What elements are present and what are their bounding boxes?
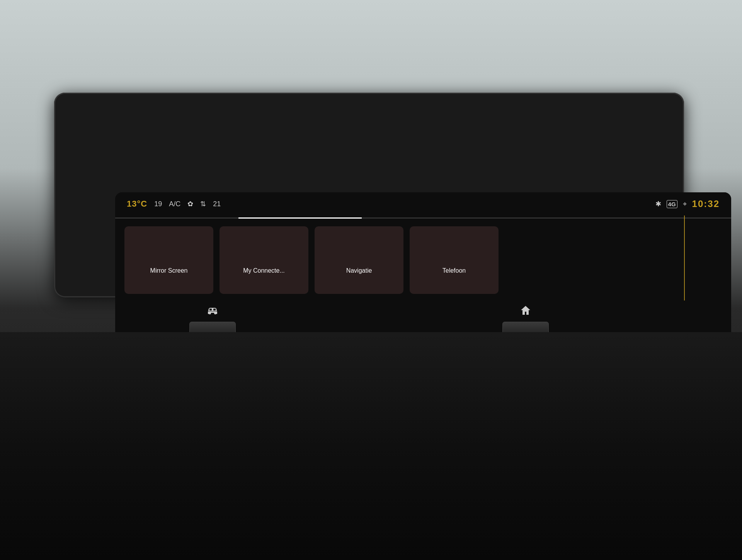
left-temp-setting: 19 — [154, 200, 162, 208]
home-icon — [520, 305, 531, 319]
car-button-group — [189, 305, 236, 336]
mirror-screen-tile[interactable]: Mirror Screen — [124, 226, 213, 294]
bottom-dash — [0, 332, 742, 560]
svg-rect-11 — [213, 309, 216, 311]
navigatie-label: Navigatie — [346, 267, 372, 274]
svg-point-9 — [214, 312, 216, 314]
status-left: 13°C 19 A/C ✿ ⇅ 21 — [127, 199, 655, 209]
physical-buttons-area — [54, 305, 684, 336]
car-icon — [206, 305, 219, 319]
svg-point-8 — [209, 312, 211, 314]
telefoon-tile[interactable]: Telefoon — [410, 226, 499, 294]
clock: 10:32 — [692, 199, 720, 209]
network-badge: 4G — [667, 200, 677, 208]
status-right: ✱ 4G ⌖ 10:32 — [655, 199, 720, 209]
location-icon: ⌖ — [683, 200, 687, 208]
seat-heat-icon[interactable]: ⇅ — [200, 200, 206, 208]
fan-icon[interactable]: ✿ — [187, 200, 193, 208]
right-temp-setting: 21 — [213, 200, 221, 208]
tab-bar — [115, 214, 731, 219]
svg-rect-10 — [209, 309, 212, 311]
screen-bezel: 13°C 19 A/C ✿ ⇅ 21 ✱ 4G ⌖ 10:32 — [54, 93, 684, 297]
ac-label: A/C — [169, 200, 180, 208]
navigatie-tile[interactable]: Navigatie — [315, 226, 403, 294]
status-bar: 13°C 19 A/C ✿ ⇅ 21 ✱ 4G ⌖ 10:32 — [115, 192, 731, 216]
screen-divider — [684, 216, 685, 300]
my-connected-label: My Connecte... — [243, 267, 285, 274]
telefoon-label: Telefoon — [442, 267, 466, 274]
my-connected-tile[interactable]: My Connecte... — [220, 226, 308, 294]
outside-temperature: 13°C — [127, 199, 147, 209]
bluetooth-icon: ✱ — [655, 200, 661, 208]
svg-marker-12 — [521, 306, 530, 315]
home-button-group — [502, 305, 549, 336]
mirror-screen-label: Mirror Screen — [150, 267, 188, 274]
